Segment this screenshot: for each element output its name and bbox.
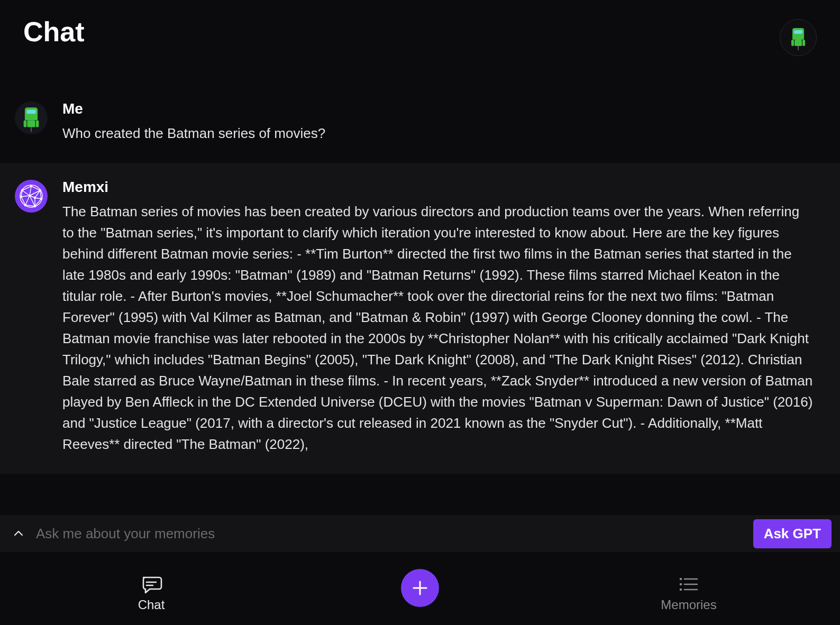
chevron-up-icon — [12, 527, 25, 540]
svg-point-8 — [29, 195, 31, 197]
svg-point-6 — [24, 204, 26, 206]
svg-point-11 — [680, 584, 681, 585]
expand-toggle[interactable] — [11, 526, 26, 541]
robot-icon — [790, 26, 806, 49]
new-chat-button[interactable] — [401, 569, 439, 607]
network-icon — [19, 184, 43, 208]
message-assistant: Memxi The Batman series of movies has be… — [0, 163, 840, 474]
page-title: Chat — [23, 16, 85, 48]
svg-point-7 — [20, 196, 22, 198]
chat-input[interactable] — [36, 526, 744, 542]
message-body: Me Who created the Batman series of movi… — [62, 100, 825, 144]
bottom-nav: Chat Memories — [0, 558, 840, 625]
chat-icon — [140, 574, 162, 594]
message-author: Memxi — [62, 179, 815, 196]
svg-point-2 — [30, 185, 32, 187]
nav-label: Memories — [661, 598, 716, 612]
svg-point-12 — [680, 589, 681, 590]
robot-icon — [23, 105, 40, 131]
message-body: Memxi The Batman series of movies has be… — [62, 179, 825, 455]
header: Chat — [0, 0, 840, 67]
assistant-avatar — [15, 180, 48, 213]
profile-avatar[interactable] — [780, 19, 817, 56]
input-bar: Ask GPT — [0, 515, 840, 552]
svg-point-3 — [39, 189, 41, 191]
plus-icon — [411, 579, 429, 597]
ask-gpt-button[interactable]: Ask GPT — [753, 519, 832, 548]
message-text: The Batman series of movies has been cre… — [62, 201, 815, 455]
user-avatar — [15, 102, 48, 134]
nav-memories[interactable]: Memories — [636, 574, 742, 612]
message-author: Me — [62, 100, 815, 117]
svg-point-10 — [680, 578, 681, 580]
svg-point-5 — [34, 205, 36, 207]
list-icon — [678, 574, 700, 594]
svg-point-9 — [34, 197, 36, 199]
svg-point-4 — [40, 198, 42, 200]
messages-list: Me Who created the Batman series of movi… — [0, 85, 840, 496]
message-text: Who created the Batman series of movies? — [62, 123, 815, 144]
message-user: Me Who created the Batman series of movi… — [0, 85, 840, 163]
nav-chat[interactable]: Chat — [98, 574, 204, 612]
svg-point-1 — [21, 189, 23, 191]
nav-label: Chat — [138, 598, 165, 612]
